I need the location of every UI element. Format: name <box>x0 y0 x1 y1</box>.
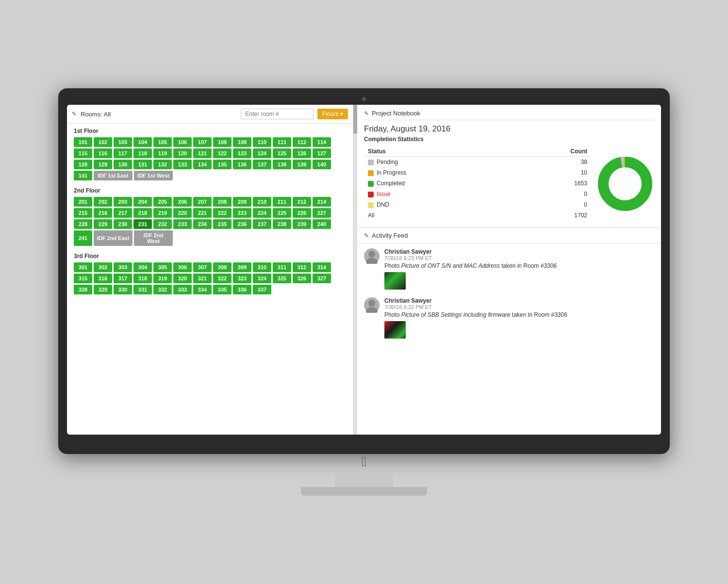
room-138[interactable]: 138 <box>273 160 291 169</box>
room-212[interactable]: 212 <box>293 197 311 207</box>
room-324[interactable]: 324 <box>253 274 271 283</box>
room-326[interactable]: 326 <box>293 274 311 283</box>
room-318[interactable]: 318 <box>133 274 152 283</box>
room-211[interactable]: 211 <box>273 197 291 207</box>
room-202[interactable]: 202 <box>94 197 112 207</box>
room-233[interactable]: 233 <box>173 219 192 229</box>
room-219[interactable]: 219 <box>153 208 172 218</box>
room-132[interactable]: 132 <box>153 160 172 169</box>
room-222[interactable]: 222 <box>213 208 232 218</box>
room-327[interactable]: 327 <box>313 274 331 283</box>
room-idf-2nd-west[interactable]: IDF 2nd West <box>134 230 173 246</box>
room-137[interactable]: 137 <box>253 160 271 169</box>
room-310[interactable]: 310 <box>253 262 271 272</box>
room-306[interactable]: 306 <box>173 262 192 272</box>
room-206[interactable]: 206 <box>173 197 192 207</box>
room-320[interactable]: 320 <box>173 274 192 283</box>
room-225[interactable]: 225 <box>273 208 291 218</box>
room-314[interactable]: 314 <box>313 262 331 272</box>
room-114[interactable]: 114 <box>313 137 331 147</box>
room-230[interactable]: 230 <box>114 219 132 229</box>
room-301[interactable]: 301 <box>74 262 92 272</box>
room-216[interactable]: 216 <box>94 208 112 218</box>
room-236[interactable]: 236 <box>233 219 251 229</box>
room-309[interactable]: 309 <box>233 262 251 272</box>
room-328[interactable]: 328 <box>74 285 92 294</box>
room-134[interactable]: 134 <box>193 160 212 169</box>
room-217[interactable]: 217 <box>114 208 132 218</box>
room-337[interactable]: 337 <box>253 285 271 294</box>
room-127[interactable]: 127 <box>313 148 331 158</box>
room-140[interactable]: 140 <box>313 160 331 169</box>
room-104[interactable]: 104 <box>133 137 152 147</box>
room-311[interactable]: 311 <box>273 262 291 272</box>
room-232[interactable]: 232 <box>153 219 172 229</box>
room-120[interactable]: 120 <box>173 148 192 158</box>
room-135[interactable]: 135 <box>213 160 232 169</box>
room-126[interactable]: 126 <box>293 148 311 158</box>
room-124[interactable]: 124 <box>253 148 271 158</box>
room-220[interactable]: 220 <box>173 208 192 218</box>
room-205[interactable]: 205 <box>153 197 172 207</box>
room-305[interactable]: 305 <box>153 262 172 272</box>
room-209[interactable]: 209 <box>233 197 251 207</box>
room-203[interactable]: 203 <box>114 197 132 207</box>
room-117[interactable]: 117 <box>114 148 132 158</box>
room-333[interactable]: 333 <box>173 285 192 294</box>
room-115[interactable]: 115 <box>74 148 92 158</box>
room-334[interactable]: 334 <box>193 285 212 294</box>
room-idf-1st-east[interactable]: IDF 1st East <box>94 171 132 180</box>
room-234[interactable]: 234 <box>193 219 212 229</box>
room-316[interactable]: 316 <box>94 274 112 283</box>
room-106[interactable]: 106 <box>173 137 192 147</box>
room-308[interactable]: 308 <box>213 262 232 272</box>
room-323[interactable]: 323 <box>233 274 251 283</box>
room-111[interactable]: 111 <box>273 137 291 147</box>
room-116[interactable]: 116 <box>94 148 112 158</box>
room-239[interactable]: 239 <box>293 219 311 229</box>
room-201[interactable]: 201 <box>74 197 92 207</box>
room-215[interactable]: 215 <box>74 208 92 218</box>
room-139[interactable]: 139 <box>293 160 311 169</box>
room-304[interactable]: 304 <box>133 262 152 272</box>
room-131[interactable]: 131 <box>133 160 152 169</box>
room-329[interactable]: 329 <box>94 285 112 294</box>
room-129[interactable]: 129 <box>94 160 112 169</box>
room-102[interactable]: 102 <box>94 137 112 147</box>
room-241[interactable]: 241 <box>74 230 92 246</box>
room-idf-2nd-east[interactable]: IDF 2nd East <box>94 230 132 246</box>
room-302[interactable]: 302 <box>94 262 112 272</box>
room-322[interactable]: 322 <box>213 274 232 283</box>
room-229[interactable]: 229 <box>94 219 112 229</box>
room-122[interactable]: 122 <box>213 148 232 158</box>
room-128[interactable]: 128 <box>74 160 92 169</box>
room-312[interactable]: 312 <box>293 262 311 272</box>
room-105[interactable]: 105 <box>153 137 172 147</box>
room-307[interactable]: 307 <box>193 262 212 272</box>
room-idf-1st-west[interactable]: IDF 1st West <box>134 171 173 180</box>
room-227[interactable]: 227 <box>313 208 331 218</box>
room-332[interactable]: 332 <box>153 285 172 294</box>
room-336[interactable]: 336 <box>233 285 251 294</box>
room-335[interactable]: 335 <box>213 285 232 294</box>
room-325[interactable]: 325 <box>273 274 291 283</box>
room-317[interactable]: 317 <box>114 274 132 283</box>
room-319[interactable]: 319 <box>153 274 172 283</box>
room-240[interactable]: 240 <box>313 219 331 229</box>
room-101[interactable]: 101 <box>74 137 92 147</box>
room-237[interactable]: 237 <box>253 219 271 229</box>
room-112[interactable]: 112 <box>293 137 311 147</box>
room-136[interactable]: 136 <box>233 160 251 169</box>
room-214[interactable]: 214 <box>313 197 331 207</box>
room-141[interactable]: 141 <box>74 171 92 180</box>
room-231[interactable]: 231 <box>133 219 152 229</box>
room-330[interactable]: 330 <box>114 285 132 294</box>
room-121[interactable]: 121 <box>193 148 212 158</box>
room-238[interactable]: 238 <box>273 219 291 229</box>
room-218[interactable]: 218 <box>133 208 152 218</box>
room-226[interactable]: 226 <box>293 208 311 218</box>
room-210[interactable]: 210 <box>253 197 271 207</box>
room-315[interactable]: 315 <box>74 274 92 283</box>
room-208[interactable]: 208 <box>213 197 232 207</box>
room-110[interactable]: 110 <box>253 137 271 147</box>
